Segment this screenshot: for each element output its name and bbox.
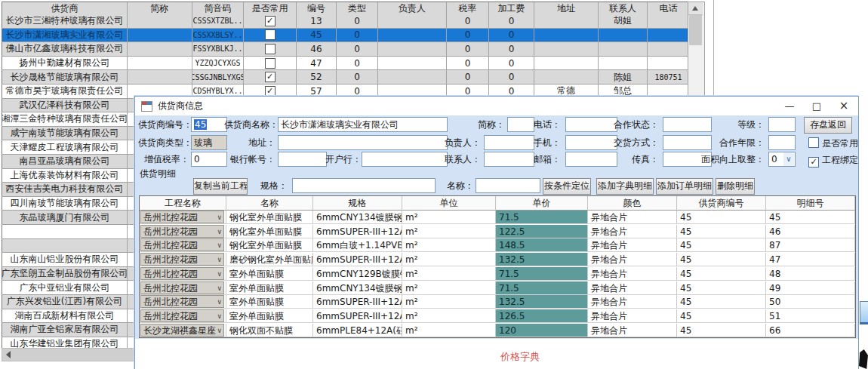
add-order-detail-button[interactable]: 添加订单明细 bbox=[656, 178, 713, 195]
horizontal-scrollbar[interactable] bbox=[2, 348, 136, 361]
phone-input[interactable] bbox=[565, 117, 617, 132]
supplier-no-input[interactable]: 45 bbox=[191, 117, 227, 132]
vertical-scrollbar[interactable] bbox=[688, 2, 705, 99]
detail-cell: m² bbox=[402, 309, 496, 323]
project-combobox[interactable]: 岳州北控花园∨ bbox=[140, 295, 224, 308]
detail-cell-project: 岳州北控花园∨ bbox=[140, 267, 226, 281]
contact-input[interactable] bbox=[484, 152, 534, 167]
cell-phone bbox=[648, 14, 690, 28]
table-row[interactable]: 长沙晟格节能玻璃有限公司CSSGJNBLYXGS✓52000陈姐180751 bbox=[2, 70, 703, 85]
minimize-button[interactable]: — bbox=[778, 97, 801, 115]
detail-cell: m² bbox=[402, 324, 496, 337]
address-input[interactable] bbox=[278, 135, 448, 150]
table-row[interactable]: 长沙市潇湘玻璃实业有限公司CSSXXBLSY..45000 bbox=[2, 29, 703, 43]
bank-input[interactable] bbox=[362, 152, 448, 167]
chevron-down-icon[interactable]: ∨ bbox=[217, 239, 222, 251]
supplier-name-input[interactable]: 长沙市潇湘玻璃实业有限公司 bbox=[278, 117, 448, 132]
detail-cell: 室外单面贴膜 bbox=[226, 309, 313, 323]
delete-detail-button[interactable]: 删除明细 bbox=[716, 178, 755, 195]
detail-column-header: 明细号 bbox=[766, 196, 855, 211]
vat-rate-input[interactable]: 0 bbox=[191, 152, 227, 167]
detail-cell: 71.5 bbox=[496, 281, 588, 295]
scroll-up-icon[interactable] bbox=[688, 2, 703, 15]
coop-status-input[interactable] bbox=[663, 117, 712, 132]
detail-cell: 120 bbox=[496, 324, 588, 337]
bank-account-input[interactable] bbox=[278, 152, 327, 167]
copy-current-project-button[interactable]: 复制当前工程 bbox=[193, 178, 248, 195]
detail-cell: m² bbox=[402, 267, 496, 281]
detail-cell: 磨砂钢化室外单面贴膜 bbox=[226, 253, 313, 266]
common-checkbox[interactable] bbox=[265, 58, 275, 69]
cell-fee: 0 bbox=[489, 57, 534, 70]
maximize-button[interactable]: □ bbox=[805, 97, 828, 115]
selected-text: 45 bbox=[194, 119, 207, 130]
chevron-down-icon[interactable]: ∨ bbox=[217, 226, 222, 238]
detail-column-header: 规格 bbox=[313, 196, 402, 211]
common-checkbox[interactable]: ✓ bbox=[265, 16, 275, 26]
detail-cell: 126.5 bbox=[496, 309, 588, 323]
chevron-down-icon[interactable]: ∨ bbox=[217, 324, 222, 337]
checkbox-icon[interactable] bbox=[808, 137, 819, 148]
add-dictionary-detail-button[interactable]: 添加字典明细 bbox=[596, 178, 654, 195]
project-bind-checkbox[interactable]: ✓工程绑定 bbox=[808, 152, 858, 168]
supplier-type-input[interactable]: 玻璃 bbox=[191, 135, 227, 150]
project-combobox[interactable]: 长沙龙湖祺鑫星座∨ bbox=[140, 324, 224, 337]
chevron-down-icon[interactable]: ∨ bbox=[217, 254, 222, 266]
detail-cell: m² bbox=[402, 295, 496, 309]
checkbox-icon[interactable]: ✓ bbox=[808, 157, 819, 168]
mobile-input[interactable] bbox=[565, 135, 617, 150]
name-input[interactable] bbox=[476, 178, 540, 193]
locate-by-condition-button[interactable]: 按条件定位 bbox=[543, 178, 591, 195]
chevron-down-icon[interactable]: ∨ bbox=[217, 268, 222, 280]
coop-years-input[interactable] bbox=[768, 135, 796, 150]
dialog-titlebar[interactable]: 供货商信息 — □ × bbox=[135, 97, 858, 115]
chevron-down-icon[interactable]: ∨ bbox=[217, 296, 222, 308]
cell-type: 0 bbox=[337, 29, 378, 42]
spec-input[interactable] bbox=[292, 178, 436, 193]
chevron-down-icon[interactable]: ∨ bbox=[783, 152, 794, 166]
cell-supplier: 山东南山铝业股份有限公司 bbox=[2, 253, 128, 266]
detail-cell: 49 bbox=[766, 281, 855, 295]
grade-input[interactable] bbox=[768, 117, 796, 132]
cell-phone bbox=[648, 57, 690, 70]
cell-supplier: 广东中亚铝业有限公司 bbox=[2, 281, 128, 294]
common-checkbox[interactable] bbox=[265, 29, 275, 40]
scrollbar-thumb[interactable] bbox=[689, 15, 702, 45]
detail-column-header: 单位 bbox=[402, 196, 496, 211]
table-row[interactable]: 长沙市三湘特种玻璃有限公司CSSSXTZBL..✓13000胡姐 bbox=[2, 14, 703, 29]
manager-input[interactable] bbox=[484, 135, 534, 150]
detail-cell: 6mmSUPER-III+12A(硅... bbox=[313, 309, 402, 323]
email-input[interactable] bbox=[565, 152, 617, 167]
project-combobox[interactable]: 岳州北控花园∨ bbox=[140, 211, 224, 223]
common-checkbox[interactable] bbox=[265, 44, 275, 54]
column-header: 税率 bbox=[447, 2, 489, 15]
delivery-mode-input[interactable] bbox=[663, 135, 712, 150]
project-combobox[interactable]: 岳州北控花园∨ bbox=[140, 238, 224, 251]
detail-column-header: 供货商编号 bbox=[677, 196, 766, 211]
save-return-button[interactable]: 存盘返回 bbox=[804, 117, 852, 134]
close-button[interactable]: × bbox=[833, 97, 855, 115]
chevron-down-icon[interactable]: ∨ bbox=[217, 282, 222, 294]
is-common-checkbox[interactable]: 是否常用 bbox=[808, 136, 858, 151]
table-row[interactable]: 佛山市亿鑫玻璃科技有限公司FSSYXBLKJ..46000 bbox=[2, 42, 703, 57]
chevron-down-icon[interactable]: ∨ bbox=[217, 310, 222, 322]
cell-address bbox=[534, 70, 599, 84]
area-roundup-input[interactable]: 0∨ bbox=[768, 152, 796, 167]
scroll-left-icon[interactable] bbox=[4, 350, 14, 359]
project-combobox[interactable]: 岳州北控花园∨ bbox=[140, 309, 224, 322]
common-checkbox[interactable]: ✓ bbox=[265, 72, 275, 82]
detail-cell-project: 岳州北控花园∨ bbox=[140, 281, 226, 295]
project-combobox[interactable]: 岳州北控花园∨ bbox=[140, 225, 224, 238]
project-combobox[interactable]: 岳州北控花园∨ bbox=[140, 253, 224, 266]
chevron-down-icon[interactable]: ∨ bbox=[217, 211, 222, 223]
table-row[interactable]: 扬州中勤建材有限公司YZZQJCYXGS47000 bbox=[2, 57, 703, 71]
project-combobox[interactable]: 岳州北控花园∨ bbox=[140, 281, 224, 294]
cell-tax: 0 bbox=[447, 29, 489, 42]
cell-common: ✓ bbox=[244, 14, 297, 28]
cell-supplier: 武汉亿泽科技有限公司 bbox=[2, 99, 128, 112]
detail-cell: 6mmSUPER-III+12A(硅... bbox=[313, 253, 402, 266]
project-combobox[interactable]: 岳州北控花园∨ bbox=[140, 267, 224, 280]
common-checkbox[interactable]: ✓ bbox=[265, 86, 275, 97]
column-header: 是否常用 bbox=[244, 2, 297, 15]
coop-years-label: 合作年限： bbox=[718, 135, 765, 150]
